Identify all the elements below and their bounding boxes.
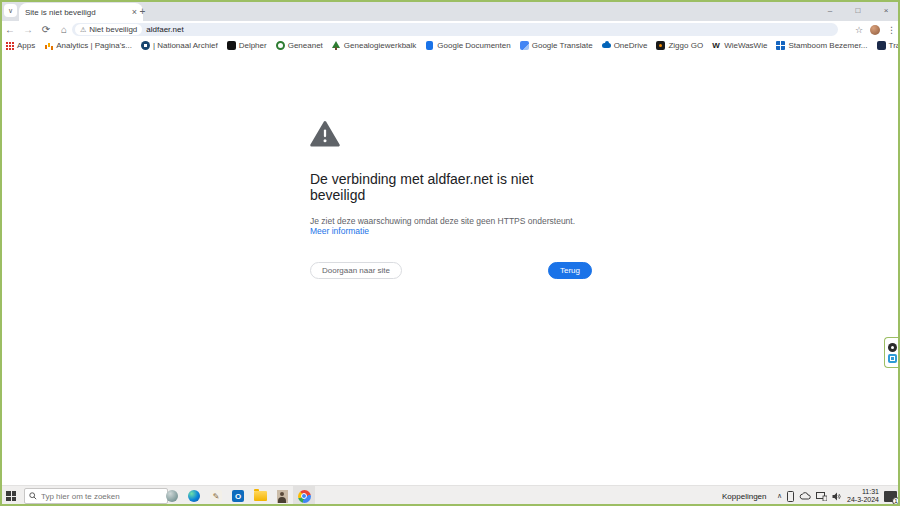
screen-capture-widget bbox=[884, 337, 900, 368]
bookmark-label: Delpher bbox=[239, 41, 267, 50]
bookmark-item-geneanet[interactable]: Geneanet bbox=[276, 41, 323, 50]
tray-chevron-up-icon[interactable]: ∧ bbox=[777, 492, 782, 500]
taskbar-outlook-button[interactable]: O bbox=[227, 486, 249, 506]
browser-tab[interactable]: Site is niet beveiligd × bbox=[19, 3, 143, 21]
bookmark-item-analytics[interactable]: Analytics | Pagina's... bbox=[44, 41, 132, 50]
outlook-icon: O bbox=[232, 490, 244, 502]
bookmark-item-google-translate[interactable]: Google Translate bbox=[520, 41, 593, 50]
forward-icon[interactable]: → bbox=[20, 23, 36, 37]
taskbar-explorer-button[interactable] bbox=[249, 486, 271, 506]
bookmark-item-google-documenten[interactable]: Google Documenten bbox=[425, 41, 510, 50]
bookmark-item-transkribus[interactable]: Transkribus bbox=[877, 41, 900, 50]
windows-taskbar: ✎ O Koppelingen ∧ 11:31 24-3-2024 1 bbox=[0, 485, 900, 506]
edge-icon bbox=[188, 490, 200, 502]
security-chip-label: Niet beveiligd bbox=[89, 25, 137, 34]
warning-icon: ⚠ bbox=[80, 26, 86, 33]
bookmark-label: | Nationaal Archief bbox=[153, 41, 218, 50]
chevron-down-icon: ∨ bbox=[8, 7, 13, 15]
nationaal-archief-icon bbox=[141, 41, 150, 50]
bookmark-label: Apps bbox=[17, 41, 35, 50]
start-button[interactable] bbox=[6, 491, 16, 501]
button-row: Doorgaan naar site Terug bbox=[310, 262, 592, 279]
browser-toolbar: ← → ⟳ ⌂ ⚠ Niet beveiligd aldfaer.net ☆ ⋮ bbox=[0, 21, 900, 38]
delpher-icon bbox=[227, 41, 236, 50]
taskbar-search-input[interactable] bbox=[41, 492, 163, 501]
taskbar-app-button[interactable] bbox=[161, 486, 183, 506]
wiewaswie-icon bbox=[712, 41, 721, 50]
bookmark-item-genealogiewerkbalk[interactable]: Genealogiewerkbalk bbox=[332, 41, 417, 50]
taskbar-chrome-button[interactable] bbox=[293, 486, 315, 506]
portrait-app-icon bbox=[277, 490, 288, 503]
https-warning-interstitial: De verbinding met aldfaer.net is niet be… bbox=[310, 120, 592, 279]
bookmark-label: Google Documenten bbox=[437, 41, 510, 50]
url-text: aldfaer.net bbox=[146, 25, 183, 34]
tree-icon bbox=[332, 41, 341, 50]
warning-triangle-icon bbox=[310, 120, 340, 147]
analytics-icon bbox=[44, 41, 53, 50]
tab-strip: ∨ Site is niet beveiligd × + – □ × bbox=[0, 0, 900, 21]
gear-icon[interactable] bbox=[888, 343, 897, 352]
back-icon[interactable]: ← bbox=[2, 23, 18, 37]
app-icon bbox=[166, 490, 178, 502]
network-icon[interactable] bbox=[816, 492, 827, 501]
taskbar-app-icons: ✎ O bbox=[161, 486, 315, 506]
taskbar-edge-button[interactable] bbox=[183, 486, 205, 506]
taskbar-pen-app-button[interactable]: ✎ bbox=[205, 486, 227, 506]
back-to-safety-button[interactable]: Terug bbox=[548, 262, 592, 279]
bookmark-item-ziggo-go[interactable]: Ziggo GO bbox=[656, 41, 703, 50]
bookmark-item-onedrive[interactable]: OneDrive bbox=[602, 41, 648, 50]
bookmark-star-icon[interactable]: ☆ bbox=[855, 25, 863, 35]
phone-icon[interactable] bbox=[787, 491, 794, 502]
clock-date: 24-3-2024 bbox=[847, 496, 879, 504]
search-icon bbox=[29, 492, 37, 500]
pen-icon: ✎ bbox=[210, 490, 222, 502]
more-info-link[interactable]: Meer informatie bbox=[310, 226, 369, 236]
bookmark-label: Transkribus bbox=[889, 41, 900, 50]
bookmark-item-nationaal-archief[interactable]: | Nationaal Archief bbox=[141, 41, 218, 50]
bookmark-label: Google Translate bbox=[532, 41, 593, 50]
apps-grid-icon bbox=[5, 41, 14, 50]
warning-description: Je ziet deze waarschuwing omdat deze sit… bbox=[310, 216, 592, 236]
bookmark-item-stamboom-bezemer[interactable]: Stamboom Bezemer... bbox=[776, 41, 867, 50]
menu-icon[interactable]: ⋮ bbox=[887, 25, 896, 35]
geneanet-icon bbox=[276, 41, 285, 50]
notification-badge: 1 bbox=[892, 497, 900, 505]
bookmark-item-delpher[interactable]: Delpher bbox=[227, 41, 267, 50]
reload-icon[interactable]: ⟳ bbox=[38, 23, 54, 37]
bookmark-item-wiewaswie[interactable]: WieWasWie bbox=[712, 41, 767, 50]
clock-time: 11:31 bbox=[847, 488, 879, 496]
address-bar[interactable]: ⚠ Niet beveiligd aldfaer.net bbox=[72, 23, 838, 36]
koppelingen-toolbar-label[interactable]: Koppelingen bbox=[722, 492, 766, 501]
home-icon[interactable]: ⌂ bbox=[56, 23, 72, 37]
maximize-button[interactable]: □ bbox=[844, 0, 872, 21]
onedrive-cloud-icon bbox=[602, 41, 611, 50]
notification-center-icon[interactable]: 1 bbox=[884, 491, 897, 502]
taskbar-aldfaer-button[interactable] bbox=[271, 486, 293, 506]
onedrive-cloud-icon[interactable] bbox=[799, 492, 811, 500]
bookmark-label: Geneanet bbox=[288, 41, 323, 50]
minimize-button[interactable]: – bbox=[816, 0, 844, 21]
speaker-icon[interactable] bbox=[832, 492, 842, 501]
bookmark-item-apps[interactable]: Apps bbox=[5, 41, 35, 50]
bookmark-label: OneDrive bbox=[614, 41, 648, 50]
taskbar-clock[interactable]: 11:31 24-3-2024 bbox=[847, 488, 879, 504]
google-docs-icon bbox=[426, 41, 433, 50]
tab-search-button[interactable]: ∨ bbox=[4, 4, 17, 17]
close-button[interactable]: × bbox=[872, 0, 900, 21]
bookmark-label: Analytics | Pagina's... bbox=[56, 41, 132, 50]
chrome-icon bbox=[298, 490, 311, 503]
capture-icon[interactable] bbox=[888, 354, 897, 363]
taskbar-search[interactable] bbox=[24, 488, 168, 504]
bookmarks-bar: Apps Analytics | Pagina's... | Nationaal… bbox=[0, 38, 900, 53]
security-chip[interactable]: ⚠ Niet beveiligd bbox=[75, 24, 142, 35]
profile-avatar[interactable] bbox=[870, 25, 880, 35]
page-title: De verbinding met aldfaer.net is niet be… bbox=[310, 171, 592, 203]
proceed-button[interactable]: Doorgaan naar site bbox=[310, 262, 402, 279]
page-content: De verbinding met aldfaer.net is niet be… bbox=[0, 53, 900, 486]
bookmark-label: Ziggo GO bbox=[668, 41, 703, 50]
bookmark-label: WieWasWie bbox=[724, 41, 767, 50]
new-tab-button[interactable]: + bbox=[136, 5, 149, 18]
tab-title: Site is niet beveiligd bbox=[25, 8, 128, 17]
transkribus-icon bbox=[877, 41, 886, 50]
file-explorer-icon bbox=[254, 491, 267, 501]
